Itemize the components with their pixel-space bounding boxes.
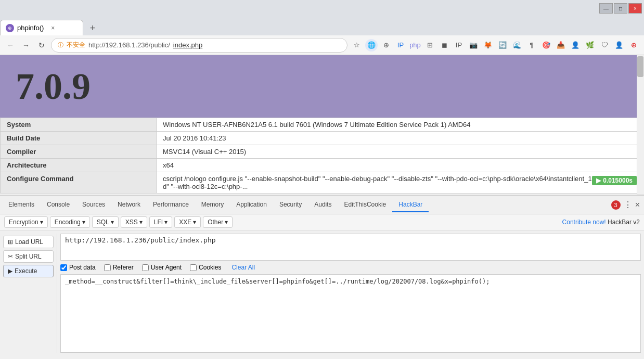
user-agent-option[interactable]: User Agent <box>142 264 182 271</box>
split-url-icon: ✂ <box>8 253 13 260</box>
tab-memory[interactable]: Memory <box>195 198 230 212</box>
split-url-button[interactable]: ✂ Split URL <box>3 250 54 263</box>
sql-menu[interactable]: SQL ▾ <box>92 216 119 228</box>
ext-icon-4[interactable]: php <box>409 39 421 52</box>
tab-performance[interactable]: Performance <box>147 198 195 212</box>
scrollbar-thumb[interactable] <box>637 56 643 77</box>
encryption-menu[interactable]: Encryption ▾ <box>4 216 48 228</box>
tab-close-button[interactable]: × <box>51 24 55 32</box>
hackbar-content-area: http://192.168.1.236/public/index.php Po… <box>57 234 644 353</box>
referer-checkbox[interactable] <box>104 264 111 271</box>
page-scroll-area: 7.0.9 SystemWindows NT USER-AFNB6N21A5 6… <box>0 55 644 195</box>
lfi-menu[interactable]: LFI ▾ <box>149 216 172 228</box>
scrollbar-track[interactable] <box>637 55 644 195</box>
ext-icon-6[interactable]: ◼ <box>438 39 450 52</box>
referer-option[interactable]: Referer <box>104 264 134 271</box>
other-label: Other <box>208 219 223 226</box>
address-url-prefix: http://192.168.1.236/public/ <box>88 41 170 49</box>
split-url-label: Split URL <box>15 253 42 260</box>
ext-icon-8[interactable]: 📷 <box>467 39 480 52</box>
reload-button[interactable]: ↻ <box>35 39 48 52</box>
ext-icon-2[interactable]: ⊕ <box>380 39 392 52</box>
cookies-checkbox[interactable] <box>190 264 197 271</box>
ext-icon-13[interactable]: 🎯 <box>540 39 552 52</box>
ext-icon-5[interactable]: ⊞ <box>423 39 436 52</box>
ext-icon-12[interactable]: ¶ <box>525 39 538 52</box>
contribute-link[interactable]: Contribute now! <box>562 219 606 226</box>
insecure-label: 不安全 <box>67 41 85 49</box>
table-row: SystemWindows NT USER-AFNB6N21A5 6.1 bui… <box>1 118 644 132</box>
tab-security[interactable]: Security <box>273 198 308 212</box>
ext-icon-15[interactable]: 👤 <box>569 39 582 52</box>
referer-label: Referer <box>113 264 134 271</box>
cookies-option[interactable]: Cookies <box>190 264 221 271</box>
clear-all-link[interactable]: Clear All <box>231 264 255 271</box>
address-field[interactable]: ⓘ 不安全 http://192.168.1.236/public/index.… <box>51 38 347 53</box>
table-value-cell: MSVC14 (Visual C++ 2015) <box>157 145 644 159</box>
devtools-close-icon[interactable]: × <box>635 200 640 210</box>
php-info-table: SystemWindows NT USER-AFNB6N21A5 6.1 bui… <box>0 118 644 194</box>
post-data-checkbox[interactable] <box>60 264 67 271</box>
close-button[interactable]: × <box>628 3 642 14</box>
tab-editthiscookie[interactable]: EditThisCookie <box>338 198 393 212</box>
encoding-chevron: ▾ <box>82 219 85 226</box>
ext-icon-17[interactable]: 🛡 <box>598 39 611 52</box>
encryption-chevron: ▾ <box>40 219 43 226</box>
tab-favicon: ⊕ <box>6 24 14 32</box>
tab-application[interactable]: Application <box>230 198 273 212</box>
timer-value: 0.015000s <box>603 177 633 184</box>
table-label-cell: Configure Command <box>1 172 157 194</box>
ext-icon-1[interactable]: 🌐 <box>365 39 378 52</box>
tab-hackbar[interactable]: HackBar <box>392 198 429 212</box>
encryption-label: Encryption <box>9 219 38 226</box>
devtools-panel: Elements Console Sources Network Perform… <box>0 195 644 356</box>
tab-audits[interactable]: Audits <box>308 198 338 212</box>
execute-button[interactable]: ▶ Execute <box>3 265 54 277</box>
title-bar: — □ × <box>0 0 644 17</box>
address-url-link: index.php <box>173 41 202 49</box>
post-data-option[interactable]: Post data <box>60 264 96 271</box>
encoding-menu[interactable]: Encoding ▾ <box>50 216 90 228</box>
maximize-button[interactable]: □ <box>614 3 627 14</box>
ext-icon-10[interactable]: 🔄 <box>496 39 509 52</box>
tab-network[interactable]: Network <box>111 198 147 212</box>
back-button[interactable]: ← <box>4 39 17 52</box>
post-data-textarea[interactable]: _method=__construct&filter[]=think\_incl… <box>60 274 641 353</box>
toolbar-icons: ☆ 🌐 ⊕ IP php ⊞ ◼ IP 📷 🦊 🔄 🌊 ¶ 🎯 📥 👤 🌿 🛡 … <box>351 39 640 52</box>
star-icon[interactable]: ☆ <box>351 39 363 52</box>
active-tab[interactable]: ⊕ phpinfo() × <box>0 20 83 35</box>
table-row: Architecturex64 <box>1 159 644 172</box>
tab-elements[interactable]: Elements <box>2 198 41 212</box>
hackbar-sidebar: ⊞ Load URL ✂ Split URL ▶ Execute <box>0 234 57 353</box>
ext-icon-7[interactable]: IP <box>453 39 465 52</box>
settings-icon[interactable]: ⊕ <box>627 39 640 52</box>
tab-console[interactable]: Console <box>41 198 76 212</box>
forward-button[interactable]: → <box>20 39 32 52</box>
xss-label: XSS <box>125 219 138 226</box>
tab-sources[interactable]: Sources <box>76 198 111 212</box>
user-agent-checkbox[interactable] <box>142 264 149 271</box>
table-row: CompilerMSVC14 (Visual C++ 2015) <box>1 145 644 159</box>
title-bar-controls[interactable]: — □ × <box>599 3 642 14</box>
devtools-more-icon[interactable]: ⋮ <box>624 200 632 210</box>
minimize-button[interactable]: — <box>599 3 613 14</box>
ext-icon-14[interactable]: 📥 <box>555 39 567 52</box>
other-chevron: ▾ <box>225 219 228 226</box>
sql-label: SQL <box>97 219 109 226</box>
other-menu[interactable]: Other ▾ <box>203 216 233 228</box>
url-input[interactable]: http://192.168.1.236/public/index.php <box>60 234 641 261</box>
lfi-chevron: ▾ <box>164 219 168 226</box>
timer-badge: ▶ 0.015000s <box>592 176 637 185</box>
xxe-menu[interactable]: XXE ▾ <box>174 216 201 228</box>
ext-icon-3[interactable]: IP <box>394 39 407 52</box>
ext-icon-9[interactable]: 🦊 <box>482 39 494 52</box>
hackbar-options: Post data Referer User Agent Cookies Cle… <box>60 264 641 271</box>
xss-menu[interactable]: XSS ▾ <box>121 216 147 228</box>
load-url-button[interactable]: ⊞ Load URL <box>3 236 54 248</box>
ext-icon-16[interactable]: 🌿 <box>584 39 596 52</box>
ext-icon-11[interactable]: 🌊 <box>511 39 523 52</box>
lfi-label: LFI <box>154 219 163 226</box>
new-tab-button[interactable]: + <box>85 21 100 35</box>
user-profile-icon[interactable]: 👤 <box>613 39 625 52</box>
load-url-label: Load URL <box>15 238 43 246</box>
